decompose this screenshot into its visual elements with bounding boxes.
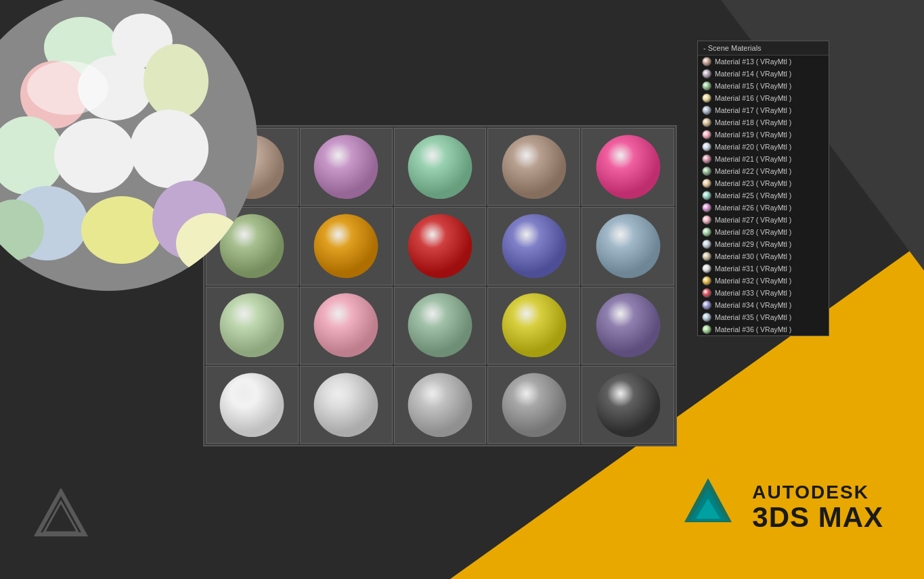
material-label-33: Material #33 ( VRayMtl ) (715, 289, 791, 297)
material-list-item-29[interactable]: Material #29 ( VRayMtl ) (698, 238, 829, 250)
material-label-13: Material #13 ( VRayMtl ) (715, 57, 791, 66)
material-label-25: Material #25 ( VRayMtl ) (715, 191, 791, 200)
svg-point-18 (408, 135, 472, 199)
material-list-item-27[interactable]: Material #27 ( VRayMtl ) (698, 214, 829, 226)
svg-point-27 (314, 294, 378, 358)
material-swatch-26 (702, 203, 711, 212)
3dsmax-icon (678, 475, 739, 538)
material-swatch-21 (702, 154, 711, 164)
autodesk-branding: AUTODESK 3DS MAX (678, 475, 883, 538)
material-swatch-35 (702, 312, 711, 322)
material-label-32: Material #32 ( VRayMtl ) (715, 277, 791, 285)
material-list-item-26[interactable]: Material #26 ( VRayMtl ) (698, 202, 829, 214)
material-cell-14 (581, 287, 674, 365)
material-cell-7 (394, 207, 487, 285)
large-preview-sphere (0, 0, 271, 304)
material-label-16: Material #16 ( VRayMtl ) (715, 94, 791, 102)
material-cell-16 (300, 366, 393, 444)
svg-point-8 (54, 118, 135, 193)
material-list-item-15[interactable]: Material #15 ( VRayMtl ) (698, 80, 829, 92)
primus-logo (34, 488, 88, 545)
svg-point-9 (130, 110, 208, 188)
svg-point-14 (176, 213, 244, 274)
material-cell-6 (300, 207, 393, 285)
material-swatch-34 (702, 300, 711, 310)
material-list-item-33[interactable]: Material #33 ( VRayMtl ) (698, 287, 829, 299)
svg-point-6 (144, 44, 208, 118)
autodesk-text-block: AUTODESK 3DS MAX (752, 482, 883, 532)
svg-point-24 (502, 214, 566, 279)
material-swatch-28 (702, 227, 711, 237)
material-list-item-20[interactable]: Material #20 ( VRayMtl ) (698, 141, 829, 153)
svg-point-35 (596, 373, 660, 437)
material-cell-11 (300, 287, 393, 365)
svg-point-29 (502, 294, 566, 358)
material-label-23: Material #23 ( VRayMtl ) (715, 179, 791, 187)
material-label-29: Material #29 ( VRayMtl ) (715, 240, 791, 248)
material-label-17: Material #17 ( VRayMtl ) (715, 106, 791, 114)
material-swatch-16 (702, 93, 711, 103)
material-label-15: Material #15 ( VRayMtl ) (715, 82, 791, 90)
material-list-item-28[interactable]: Material #28 ( VRayMtl ) (698, 226, 829, 238)
material-label-30: Material #30 ( VRayMtl ) (715, 252, 791, 260)
material-list-item-16[interactable]: Material #16 ( VRayMtl ) (698, 92, 829, 104)
svg-point-15 (27, 61, 108, 115)
svg-point-33 (408, 373, 472, 437)
material-swatch-25 (702, 191, 711, 200)
material-cell-9 (581, 207, 674, 285)
svg-point-32 (314, 373, 378, 437)
material-swatch-18 (702, 118, 711, 127)
material-swatch-13 (702, 57, 711, 66)
material-label-20: Material #20 ( VRayMtl ) (715, 143, 791, 151)
material-cell-17 (394, 366, 487, 444)
material-swatch-23 (702, 179, 711, 188)
svg-point-30 (596, 294, 660, 358)
material-swatch-17 (702, 106, 711, 115)
material-swatch-15 (702, 81, 711, 91)
svg-point-31 (220, 373, 284, 437)
material-list-item-13[interactable]: Material #13 ( VRayMtl ) (698, 55, 829, 68)
material-swatch-19 (702, 130, 711, 139)
material-swatch-33 (702, 288, 711, 298)
material-list-item-19[interactable]: Material #19 ( VRayMtl ) (698, 129, 829, 141)
svg-point-22 (314, 214, 378, 279)
material-list-item-31[interactable]: Material #31 ( VRayMtl ) (698, 262, 829, 275)
material-cell-3 (487, 128, 580, 206)
material-label-28: Material #28 ( VRayMtl ) (715, 228, 791, 236)
material-list-item-23[interactable]: Material #23 ( VRayMtl ) (698, 177, 829, 189)
material-label-26: Material #26 ( VRayMtl ) (715, 204, 791, 212)
material-list-item-18[interactable]: Material #18 ( VRayMtl ) (698, 116, 829, 129)
svg-marker-39 (37, 492, 85, 534)
material-list-item-21[interactable]: Material #21 ( VRayMtl ) (698, 153, 829, 165)
material-grid (203, 125, 677, 446)
material-swatch-22 (702, 166, 711, 176)
material-list-item-35[interactable]: Material #35 ( VRayMtl ) (698, 311, 829, 323)
material-swatch-27 (702, 215, 711, 225)
svg-point-20 (596, 135, 660, 199)
scene-materials-panel: - Scene Materials Material #13 ( VRayMtl… (697, 41, 829, 336)
svg-point-17 (314, 135, 378, 199)
material-list-item-36[interactable]: Material #36 ( VRayMtl ) (698, 323, 829, 335)
material-label-34: Material #34 ( VRayMtl ) (715, 301, 791, 309)
material-cell-8 (487, 207, 580, 285)
material-label-27: Material #27 ( VRayMtl ) (715, 216, 791, 224)
material-list-item-17[interactable]: Material #17 ( VRayMtl ) (698, 104, 829, 116)
material-swatch-32 (702, 276, 711, 285)
material-list-item-34[interactable]: Material #34 ( VRayMtl ) (698, 299, 829, 311)
material-label-19: Material #19 ( VRayMtl ) (715, 131, 791, 139)
svg-point-11 (81, 196, 162, 264)
svg-point-25 (596, 214, 660, 279)
material-list-item-14[interactable]: Material #14 ( VRayMtl ) (698, 68, 829, 80)
material-list-item-25[interactable]: Material #25 ( VRayMtl ) (698, 189, 829, 202)
material-list-item-32[interactable]: Material #32 ( VRayMtl ) (698, 275, 829, 287)
svg-point-19 (502, 135, 566, 199)
material-cell-15 (206, 366, 299, 444)
material-label-22: Material #22 ( VRayMtl ) (715, 167, 791, 175)
material-swatch-20 (702, 142, 711, 152)
panel-header: - Scene Materials (698, 41, 829, 55)
material-cell-19 (581, 366, 674, 444)
material-cell-18 (487, 366, 580, 444)
material-list-item-30[interactable]: Material #30 ( VRayMtl ) (698, 250, 829, 262)
svg-point-28 (408, 294, 472, 358)
material-list-item-22[interactable]: Material #22 ( VRayMtl ) (698, 165, 829, 177)
